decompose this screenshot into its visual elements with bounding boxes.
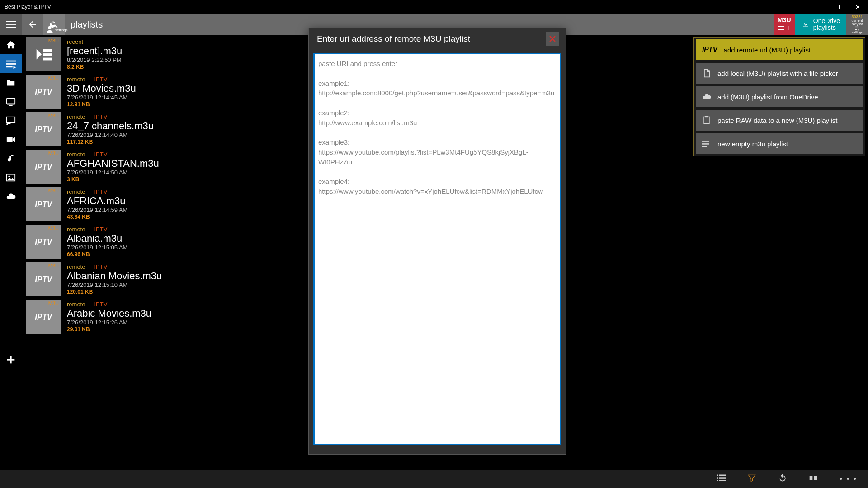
window-close-button[interactable] — [847, 0, 868, 14]
settings-hint: settings — [43, 24, 69, 35]
svg-rect-36 — [719, 477, 726, 479]
playlist-date: 7/26/2019 12:15:10 AM — [67, 282, 162, 288]
svg-rect-13 — [6, 66, 13, 68]
playlist-thumb: M3U — [26, 37, 61, 71]
rail-pictures[interactable] — [0, 168, 22, 187]
iptv-thumb-label: IPTV — [35, 162, 52, 172]
rail-folders[interactable] — [0, 73, 22, 92]
svg-rect-34 — [719, 475, 726, 476]
current-playlist-button[interactable]: 30381 current playlist settings — [846, 14, 868, 35]
window-maximize-button[interactable] — [826, 0, 847, 14]
svg-rect-15 — [9, 105, 12, 106]
svg-rect-24 — [43, 53, 52, 56]
hamburger-button[interactable] — [0, 14, 22, 35]
dialog-header: Enter uri address of remote M3U playlist — [309, 28, 566, 49]
playlist-item[interactable]: M3UIPTVremoteIPTV24_7 channels.m3u7/26/2… — [26, 112, 343, 146]
titlebar: Best Player & IPTV — [0, 0, 868, 14]
playlist-iptv-tag: IPTV — [94, 151, 107, 158]
ctx-label: new empty m3u playlist — [717, 140, 788, 148]
uri-input[interactable] — [313, 53, 561, 445]
svg-rect-39 — [810, 476, 813, 480]
playlist-thumb: M3UIPTV — [26, 112, 61, 146]
iptv-thumb-label: IPTV — [35, 274, 52, 285]
playlist-item[interactable]: M3UIPTVremoteIPTVAlbania.m3u7/26/2019 12… — [26, 225, 343, 259]
svg-rect-38 — [719, 480, 726, 481]
svg-rect-14 — [7, 99, 15, 104]
playlist-iptv-tag: IPTV — [94, 301, 107, 308]
playlist-date: 7/26/2019 12:14:45 AM — [67, 94, 136, 101]
rail-cloud[interactable] — [0, 187, 22, 206]
playlist-item[interactable]: M3UIPTVremoteIPTVArabic Movies.m3u7/26/2… — [26, 300, 343, 334]
list-view-button[interactable] — [717, 474, 726, 484]
svg-rect-4 — [6, 21, 16, 22]
playlist-size: 66.96 KB — [67, 251, 127, 258]
playlist-item[interactable]: M3UIPTVremoteIPTV3D Movies.m3u7/26/2019 … — [26, 75, 343, 109]
playlist-size: 120.01 KB — [67, 289, 162, 295]
filter-button[interactable] — [747, 474, 756, 484]
svg-rect-26 — [704, 117, 709, 124]
playlist-date: 7/26/2019 12:14:50 AM — [67, 169, 159, 176]
back-button[interactable] — [22, 14, 43, 35]
playlist-size: 29.01 KB — [67, 326, 151, 333]
download-icon — [802, 20, 810, 28]
playlist-type: remote — [67, 263, 85, 270]
playlist-item[interactable]: M3UIPTVremoteIPTVAlbanian Movies.m3u7/26… — [26, 262, 343, 296]
m3u-add-button[interactable]: M3U + — [774, 14, 795, 35]
window-minimize-button[interactable] — [806, 0, 826, 14]
add-playlist-menu: IPTV add remote url (M3U) playlist add l… — [693, 37, 865, 156]
iptv-thumb-label: IPTV — [35, 312, 52, 322]
thumb-badge: M3U — [48, 38, 59, 43]
svg-rect-10 — [855, 29, 857, 30]
rail-home[interactable] — [0, 35, 22, 54]
playlist-name: [recent].m3u — [67, 46, 122, 56]
rail-add-button[interactable] — [0, 349, 22, 371]
ctx-add-remote-url[interactable]: IPTV add remote url (M3U) playlist — [696, 39, 863, 60]
playlist-icon — [702, 139, 711, 148]
file-icon — [702, 69, 711, 78]
onedrive-playlists-button[interactable]: OneDrive playlists — [795, 14, 846, 35]
playlist-item[interactable]: M3UIPTVremoteIPTVAFGHANISTAN.m3u7/26/201… — [26, 150, 343, 184]
thumb-badge: M3U — [48, 300, 59, 306]
playlist-meta: remoteIPTV3D Movies.m3u7/26/2019 12:14:4… — [67, 75, 136, 109]
playlist-meta: remoteIPTVAlbanian Movies.m3u7/26/2019 1… — [67, 262, 162, 296]
playlist-date: 7/26/2019 12:14:40 AM — [67, 131, 154, 138]
search-button[interactable]: settings — [43, 14, 65, 35]
playlist-name: 24_7 channels.m3u — [67, 121, 154, 131]
ctx-paste-raw[interactable]: paste RAW data to a new (M3U) playlist — [696, 110, 863, 131]
playlist-size: 43.34 KB — [67, 214, 127, 220]
svg-rect-37 — [717, 480, 718, 481]
dialog-close-button[interactable] — [546, 32, 559, 46]
clipboard-icon — [702, 116, 711, 125]
enter-uri-dialog: Enter uri address of remote M3U playlist — [308, 28, 566, 455]
m3u-label: M3U — [778, 17, 791, 23]
ctx-add-local-file[interactable]: add local (M3U) playlist with a file pic… — [696, 63, 863, 84]
rail-cast[interactable] — [0, 111, 22, 130]
svg-rect-16 — [7, 117, 15, 123]
rail-music[interactable] — [0, 149, 22, 168]
m3u-icon: + — [778, 24, 791, 32]
ctx-label: paste RAW data to a new (M3U) playlist — [717, 117, 837, 124]
refresh-button[interactable] — [778, 474, 787, 484]
iptv-icon: IPTV — [702, 46, 717, 54]
thumb-badge: M3U — [48, 188, 59, 193]
thumb-badge: M3U — [48, 263, 59, 268]
ctx-new-empty[interactable]: new empty m3u playlist — [696, 133, 863, 154]
svg-point-7 — [48, 26, 51, 29]
overflow-button[interactable]: • • • — [840, 474, 857, 484]
playlist-item[interactable]: M3UIPTVremoteIPTVAFRICA.m3u7/26/2019 12:… — [26, 187, 343, 221]
group-button[interactable] — [809, 474, 818, 484]
playlist-item[interactable]: M3Urecent[recent].m3u8/2/2019 2:22:50 PM… — [26, 37, 343, 71]
ctx-add-onedrive[interactable]: add (M3U) playlist from OneDrive — [696, 86, 863, 107]
playlist-meta: remoteIPTV24_7 channels.m3u7/26/2019 12:… — [67, 112, 154, 146]
playlist-name: Albania.m3u — [67, 233, 127, 244]
rail-video[interactable] — [0, 130, 22, 149]
playlist-type: remote — [67, 151, 85, 158]
playlist-thumb: M3UIPTV — [26, 150, 61, 184]
playlist-thumb: M3UIPTV — [26, 187, 61, 221]
playlist-name: AFGHANISTAN.m3u — [67, 158, 159, 169]
cloud-icon — [702, 92, 711, 101]
rail-tv[interactable] — [0, 92, 22, 111]
onedrive-line1: OneDrive — [813, 18, 840, 24]
rail-playlists[interactable] — [0, 54, 22, 73]
playlist-type: remote — [67, 188, 85, 195]
